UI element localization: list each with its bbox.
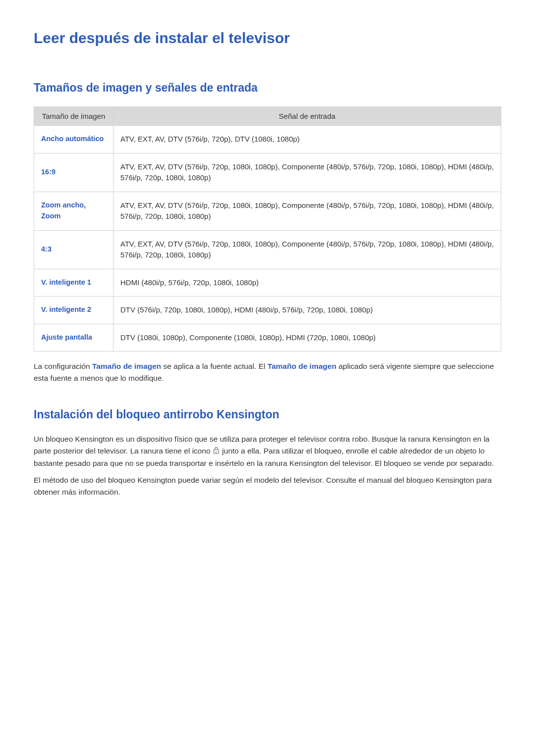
row-label: Ajuste pantalla xyxy=(34,324,113,352)
table-row: Ajuste pantalla DTV (1080i, 1080p), Comp… xyxy=(34,324,501,352)
row-value: ATV, EXT, AV, DTV (576i/p, 720p), DTV (1… xyxy=(113,126,501,153)
table-row: 4:3 ATV, EXT, AV, DTV (576i/p, 720p, 108… xyxy=(34,230,501,269)
row-label: V. inteligente 1 xyxy=(34,269,113,297)
table-row: Zoom ancho, Zoom ATV, EXT, AV, DTV (576i… xyxy=(34,192,501,230)
kensington-para1: Un bloqueo Kensington es un dispositivo … xyxy=(34,433,501,469)
table-header-size: Tamaño de imagen xyxy=(34,107,113,126)
note-text-pre: La configuración xyxy=(34,362,92,370)
image-size-table: Tamaño de imagen Señal de entrada Ancho … xyxy=(34,106,501,352)
note-bold-tamano2: Tamaño de imagen xyxy=(268,362,336,370)
table-row: 16:9 ATV, EXT, AV, DTV (576i/p, 720p, 10… xyxy=(34,153,501,192)
row-value: ATV, EXT, AV, DTV (576i/p, 720p, 1080i, … xyxy=(113,192,501,230)
note-text-mid: se aplica a la fuente actual. El xyxy=(161,362,268,370)
section-title-image-sizes: Tamaños de imagen y señales de entrada xyxy=(34,81,501,95)
table-row: Ancho automático ATV, EXT, AV, DTV (576i… xyxy=(34,126,501,153)
row-label: 4:3 xyxy=(34,230,113,269)
page-title: Leer después de instalar el televisor xyxy=(34,30,501,47)
row-label: Ancho automático xyxy=(34,126,113,153)
image-size-note: La configuración Tamaño de imagen se apl… xyxy=(34,360,501,384)
row-value: ATV, EXT, AV, DTV (576i/p, 720p, 1080i, … xyxy=(113,230,501,269)
row-label: 16:9 xyxy=(34,153,113,192)
table-row: V. inteligente 1 HDMI (480i/p, 576i/p, 7… xyxy=(34,269,501,297)
section-title-kensington: Instalación del bloqueo antirrobo Kensin… xyxy=(34,408,501,421)
row-value: DTV (1080i, 1080p), Componente (1080i, 1… xyxy=(113,324,501,352)
note-bold-tamano1: Tamaño de imagen xyxy=(92,362,161,370)
kensington-para2: El método de uso del bloqueo Kensington … xyxy=(34,474,501,498)
row-label: Zoom ancho, Zoom xyxy=(34,192,113,230)
svg-text:K: K xyxy=(215,451,217,454)
row-value: DTV (576i/p, 720p, 1080i, 1080p), HDMI (… xyxy=(113,297,501,324)
row-value: ATV, EXT, AV, DTV (576i/p, 720p, 1080i, … xyxy=(113,153,501,192)
kensington-lock-icon: K xyxy=(213,446,219,457)
table-row: V. inteligente 2 DTV (576i/p, 720p, 1080… xyxy=(34,297,501,324)
row-label: V. inteligente 2 xyxy=(34,297,113,324)
table-header-signal: Señal de entrada xyxy=(113,107,501,126)
row-value: HDMI (480i/p, 576i/p, 720p, 1080i, 1080p… xyxy=(113,269,501,297)
